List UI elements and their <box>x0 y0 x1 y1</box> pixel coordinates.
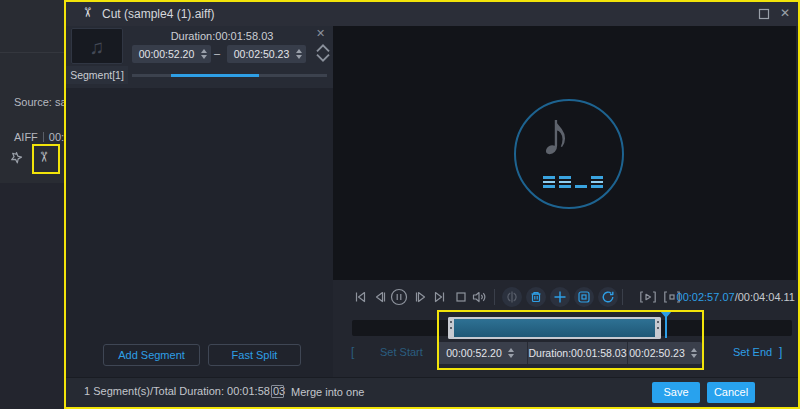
start-time-spinner[interactable] <box>508 348 514 358</box>
spinner-up-icon[interactable] <box>691 348 697 352</box>
end-bracket: ] <box>779 345 782 359</box>
total-time: /00:04:04.11 <box>735 291 795 303</box>
segment-end-input[interactable]: 00:02:50.23 <box>227 45 306 63</box>
segment-thumbnail-music-icon[interactable]: ♫ <box>71 28 123 64</box>
start-time-value[interactable]: 00:00:52.20 <box>446 347 501 359</box>
segment-start-input[interactable]: 00:00:52.20 <box>132 45 211 63</box>
segment-start-value[interactable]: 00:00:52.20 <box>132 48 201 60</box>
add-segment-button[interactable]: Add Segment <box>103 344 200 366</box>
background-window-lower <box>0 183 64 409</box>
segment-tab[interactable]: Segment[1] <box>66 66 128 84</box>
cut-values-bar: 00:00:52.20 Duration:00:01:58.03 00:02:5… <box>437 342 702 364</box>
equalizer-icon <box>543 176 603 188</box>
spinner-up-icon[interactable] <box>296 49 302 53</box>
format-separator <box>43 132 44 142</box>
start-bracket: [ <box>351 345 354 359</box>
set-end-button[interactable]: Set End <box>733 346 772 358</box>
end-time-value[interactable]: 00:02:50.23 <box>629 347 684 359</box>
end-time-spinner[interactable] <box>691 348 697 358</box>
cut-duration-value: Duration:00:01:58.03 <box>528 347 626 359</box>
timeline-segment[interactable] <box>448 317 661 339</box>
delete-segment-icon[interactable] <box>526 287 546 307</box>
maximize-icon[interactable] <box>756 6 770 20</box>
spinner-up-icon[interactable] <box>201 49 207 53</box>
pause-icon[interactable] <box>390 288 408 306</box>
prev-frame-icon[interactable] <box>372 289 388 305</box>
split-segment-icon[interactable] <box>502 287 522 307</box>
control-separator <box>494 289 495 305</box>
segment-end-value[interactable]: 00:02:50.23 <box>227 48 296 60</box>
segment-progress-bar <box>132 74 327 77</box>
music-note-icon: ♪ <box>540 98 571 169</box>
dialog-title: Cut (sample4 (1).aiff) <box>102 7 214 21</box>
cut-scissors-icon[interactable]: ✂ <box>36 151 52 163</box>
segment-summary: 1 Segment(s)/Total Duration: 00:01:58.03 <box>84 385 285 397</box>
segment-close-icon[interactable]: ✕ <box>316 27 325 40</box>
format-label: AIFF <box>14 131 38 143</box>
spinner-down-icon[interactable] <box>296 55 302 59</box>
spinner-down-icon[interactable] <box>508 354 514 358</box>
volume-icon[interactable] <box>471 289 487 305</box>
copy-segment-icon[interactable] <box>574 287 594 307</box>
segment-end-handle[interactable] <box>655 317 661 339</box>
cancel-button[interactable]: Cancel <box>707 382 755 403</box>
fast-split-button[interactable]: Fast Split <box>208 344 301 366</box>
control-separator <box>622 289 623 305</box>
cut-duration-label: Duration:00:01:58.03 <box>527 342 627 364</box>
reset-icon[interactable] <box>598 287 618 307</box>
stop-icon[interactable] <box>453 289 469 305</box>
effect-star-icon[interactable] <box>8 150 24 166</box>
spinner-down-icon[interactable] <box>691 354 697 358</box>
next-frame-icon[interactable] <box>413 289 429 305</box>
start-time-input[interactable]: 00:00:52.20 <box>437 342 527 364</box>
segment-duration-label: Duration:00:01:58.03 <box>132 30 312 42</box>
screen: Source: samp AIFF00:04 ✂ ✂ Cut (sample4 … <box>0 0 800 409</box>
merge-label[interactable]: Merge into one <box>291 386 364 398</box>
skip-start-icon[interactable] <box>352 289 368 305</box>
add-segment-icon[interactable] <box>550 287 570 307</box>
dialog-scissors-icon: ✂ <box>80 7 95 18</box>
save-button[interactable]: Save <box>652 382 700 403</box>
skip-end-icon[interactable] <box>432 289 448 305</box>
background-divider <box>0 52 64 53</box>
segment-range-dash: – <box>214 47 220 59</box>
segment-progress-fill <box>171 74 259 77</box>
spinner-down-icon[interactable] <box>201 55 207 59</box>
segment-start-spinner[interactable] <box>201 49 207 59</box>
set-start-button[interactable]: Set Start <box>380 346 423 358</box>
time-display: 00:02:57.07/00:04:04.11 <box>677 291 795 303</box>
segment-start-handle[interactable] <box>448 317 454 339</box>
play-section-icon[interactable] <box>638 289 658 305</box>
chevron-down-icon[interactable] <box>315 50 331 66</box>
end-time-input[interactable]: 00:02:50.23 <box>627 342 702 364</box>
merge-checkbox[interactable] <box>271 385 284 398</box>
playhead-marker-icon[interactable] <box>660 311 672 318</box>
close-icon[interactable]: ✕ <box>778 6 792 20</box>
spinner-up-icon[interactable] <box>508 348 514 352</box>
current-time: 00:02:57.07 <box>677 291 735 303</box>
segment-end-spinner[interactable] <box>296 49 302 59</box>
